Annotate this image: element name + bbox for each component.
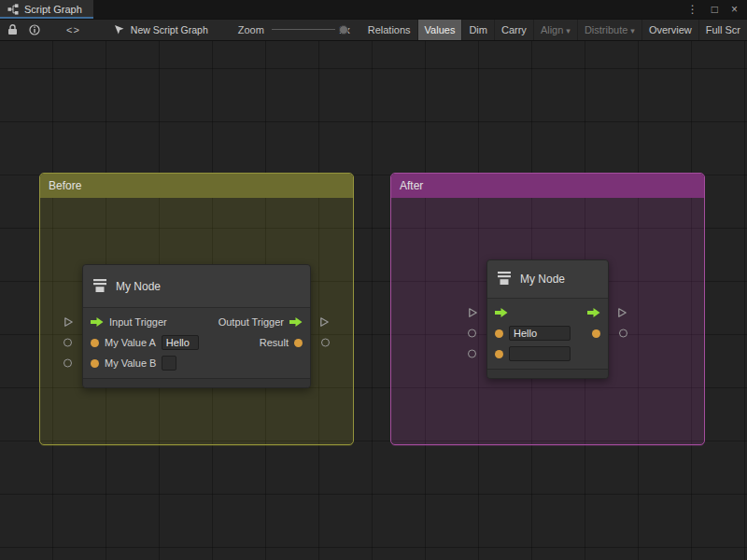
external-trigger-port-icon[interactable] bbox=[468, 307, 478, 318]
dim-button[interactable]: Dim bbox=[461, 19, 494, 41]
value-a-port-icon[interactable] bbox=[91, 339, 99, 347]
maximize-icon[interactable]: □ bbox=[712, 0, 718, 19]
relations-button[interactable]: Relations bbox=[361, 19, 417, 41]
external-value-port-icon[interactable] bbox=[321, 339, 330, 347]
overview-button[interactable]: Overview bbox=[641, 19, 698, 41]
node-after-header[interactable]: My Node bbox=[487, 260, 608, 299]
close-icon[interactable]: × bbox=[731, 0, 738, 19]
group-after-header[interactable]: After bbox=[391, 174, 704, 198]
script-graph-icon bbox=[7, 4, 19, 15]
toolbar-buttons: Relations Values Dim Carry Align▾ Distri… bbox=[361, 19, 747, 41]
value-b-port-icon[interactable] bbox=[91, 359, 99, 368]
external-value-port-icon[interactable] bbox=[63, 359, 72, 368]
result-label: Result bbox=[260, 337, 289, 348]
zoom-slider[interactable] bbox=[272, 23, 335, 36]
chevron-down-icon: ▾ bbox=[566, 26, 571, 35]
external-value-port-icon[interactable] bbox=[468, 329, 476, 338]
value-b-input[interactable] bbox=[162, 356, 176, 371]
node-before-rows: Input Trigger Output Trigger My Value A bbox=[83, 308, 310, 373]
node-after: My Node bbox=[486, 259, 609, 379]
output-trigger-port-icon[interactable] bbox=[587, 307, 600, 318]
pointer-icon bbox=[114, 24, 125, 35]
kebab-menu-icon[interactable]: ⋮ bbox=[687, 0, 698, 19]
values-button[interactable]: Values bbox=[417, 19, 462, 41]
node-title: My Node bbox=[116, 280, 161, 293]
node-before: My Node Input Trigger Output Trigger bbox=[82, 264, 311, 388]
node-before-header[interactable]: My Node bbox=[83, 265, 310, 308]
info-icon[interactable] bbox=[29, 24, 40, 35]
external-value-port-icon[interactable] bbox=[63, 339, 72, 347]
external-trigger-port-icon[interactable] bbox=[617, 307, 627, 318]
external-trigger-port-icon[interactable] bbox=[63, 316, 74, 328]
value-b-port-icon[interactable] bbox=[495, 350, 503, 358]
external-value-port-icon[interactable] bbox=[619, 329, 627, 338]
graph-name: New Script Graph bbox=[131, 24, 208, 35]
external-value-port-icon[interactable] bbox=[468, 350, 476, 358]
align-dropdown: Align▾ bbox=[533, 19, 577, 41]
value-a-input[interactable] bbox=[509, 326, 571, 341]
node-after-rows bbox=[487, 299, 608, 364]
unity-script-graph-window: Script Graph ⋮ □ × <> bbox=[0, 0, 747, 560]
graph-toolbar: <> New Script Graph Zoom 1x Relations Va… bbox=[0, 19, 747, 41]
value-a-label: My Value A bbox=[105, 337, 156, 348]
input-trigger-port-icon[interactable] bbox=[495, 307, 508, 318]
tab-bar: Script Graph ⋮ □ × bbox=[0, 0, 747, 19]
port-row-value-a bbox=[487, 323, 608, 343]
group-after-title: After bbox=[400, 179, 423, 192]
tab-script-graph[interactable]: Script Graph bbox=[0, 0, 93, 19]
graph-canvas[interactable]: Before After My Node bbox=[0, 41, 747, 560]
result-port-icon[interactable] bbox=[294, 339, 303, 347]
output-trigger-port-icon[interactable] bbox=[289, 316, 303, 328]
window-controls: ⋮ □ × bbox=[687, 0, 747, 19]
port-row-value-b: My Value B bbox=[83, 353, 310, 373]
node-footer bbox=[487, 369, 608, 378]
node-title: My Node bbox=[520, 273, 565, 286]
node-icon bbox=[497, 271, 512, 287]
zoom-slider-handle[interactable] bbox=[339, 25, 348, 35]
input-trigger-label: Input Trigger bbox=[109, 316, 167, 328]
distribute-dropdown: Distribute▾ bbox=[577, 19, 641, 41]
port-row-value-b bbox=[487, 343, 608, 364]
lock-icon[interactable] bbox=[7, 24, 18, 35]
external-trigger-port-icon[interactable] bbox=[319, 316, 330, 328]
zoom-slider-track[interactable] bbox=[272, 29, 335, 30]
port-row-trigger: Input Trigger Output Trigger bbox=[83, 312, 310, 332]
port-row-trigger bbox=[487, 302, 608, 323]
chevron-down-icon: ▾ bbox=[630, 26, 635, 35]
value-a-input[interactable] bbox=[162, 335, 199, 350]
output-trigger-label: Output Trigger bbox=[218, 316, 284, 328]
value-a-port-icon[interactable] bbox=[495, 329, 503, 338]
node-icon bbox=[92, 278, 107, 295]
port-row-value-a: My Value A Result bbox=[83, 332, 310, 353]
group-before-title: Before bbox=[49, 179, 81, 192]
zoom-label: Zoom bbox=[238, 24, 264, 35]
carry-button[interactable]: Carry bbox=[494, 19, 533, 41]
value-b-input[interactable] bbox=[509, 346, 571, 361]
code-icon[interactable]: <> bbox=[66, 24, 80, 35]
node-footer bbox=[83, 378, 310, 387]
graph-breadcrumb[interactable]: New Script Graph bbox=[114, 24, 208, 35]
tab-title: Script Graph bbox=[24, 4, 82, 15]
group-before-header[interactable]: Before bbox=[40, 174, 353, 198]
result-port-icon[interactable] bbox=[592, 329, 600, 338]
value-b-label: My Value B bbox=[105, 357, 156, 369]
input-trigger-port-icon[interactable] bbox=[91, 316, 104, 328]
fullscreen-button[interactable]: Full Scr bbox=[698, 19, 747, 41]
